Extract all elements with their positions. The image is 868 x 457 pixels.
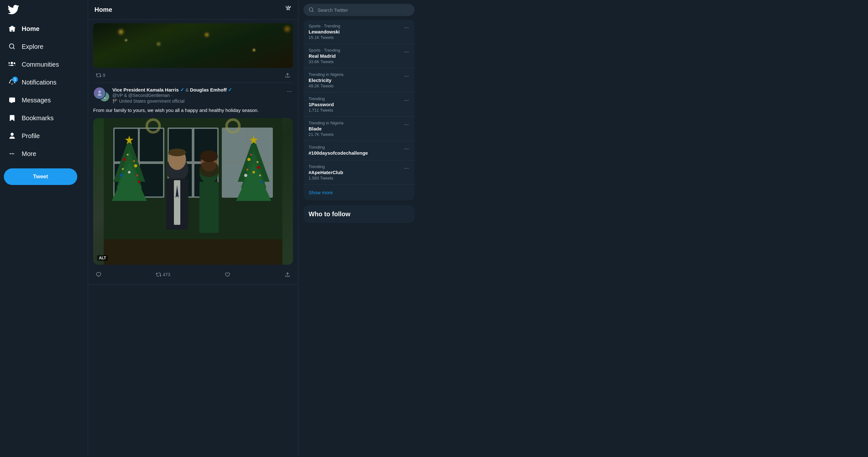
verified-badge-1: ✓ xyxy=(180,87,184,93)
retweet-action[interactable]: 473 xyxy=(153,270,173,280)
who-to-follow-title: Who to follow xyxy=(304,205,414,223)
sidebar-item-more[interactable]: More xyxy=(4,145,84,162)
sidebar-item-explore[interactable]: Explore xyxy=(4,38,84,55)
trend-name: Real Madrid xyxy=(309,53,403,59)
share-action[interactable] xyxy=(282,270,293,280)
trend-item[interactable]: Trending in Nigeria Blade 21.7K Tweets ·… xyxy=(304,117,414,141)
communities-icon xyxy=(8,60,17,69)
trend-category: Trending in Nigeria xyxy=(309,121,403,125)
twitter-bird-icon xyxy=(8,4,19,15)
tweet-actions-top: 9 xyxy=(93,68,293,83)
gov-label: 🏴 United States government official xyxy=(112,99,282,104)
sparkle-icon[interactable] xyxy=(285,5,292,14)
svg-rect-60 xyxy=(104,118,282,265)
tweet-image[interactable]: ALT xyxy=(93,118,293,265)
trend-item[interactable]: Sports · Trending Lewandowski 15.1K Twee… xyxy=(304,20,414,44)
trend-category: Trending xyxy=(309,164,403,169)
twitter-logo[interactable] xyxy=(4,0,84,19)
trend-info: Sports · Trending Lewandowski 15.1K Twee… xyxy=(309,24,403,40)
search-input-wrapper[interactable] xyxy=(304,4,414,16)
trend-item[interactable]: Trending in Nigeria Electricity 49.2K Tw… xyxy=(304,68,414,93)
sidebar-item-bookmarks[interactable]: Bookmarks xyxy=(4,110,84,126)
trend-more-button[interactable]: ··· xyxy=(403,24,409,32)
author-connector: & xyxy=(185,87,189,93)
sidebar-label-messages: Messages xyxy=(22,97,51,104)
trend-name: Electricity xyxy=(309,77,403,83)
tweet-more-button[interactable]: ··· xyxy=(286,87,293,96)
svg-point-0 xyxy=(98,91,101,93)
feed-header: Home xyxy=(88,0,298,20)
trend-more-button[interactable]: ··· xyxy=(403,164,409,172)
search-bar xyxy=(304,0,414,20)
trend-name: #ApeHaterClub xyxy=(309,170,403,175)
avatar-vp[interactable] xyxy=(93,87,106,99)
sidebar-item-home[interactable]: Home xyxy=(4,21,84,37)
who-to-follow-section: Who to follow xyxy=(304,205,414,223)
main-feed: Home 9 xyxy=(88,0,299,457)
sidebar-label-explore: Explore xyxy=(22,43,43,51)
trends-section: Sports · Trending Lewandowski 15.1K Twee… xyxy=(304,20,414,200)
left-sidebar: Home Explore Communities 1 Notifications… xyxy=(0,0,88,457)
trend-count: 1,711 Tweets xyxy=(309,108,403,112)
author-name-2[interactable]: Douglas Emhoff xyxy=(190,87,226,93)
trend-info: Trending 1Password 1,711 Tweets xyxy=(309,96,403,112)
tweet-text: From our family to yours, we wish you al… xyxy=(93,107,293,114)
notification-count-badge: 1 xyxy=(12,76,18,82)
share-action-top[interactable] xyxy=(282,70,293,80)
trend-name: Blade xyxy=(309,126,403,131)
trend-count: 33.6K Tweets xyxy=(309,59,403,64)
trend-item[interactable]: Trending 1Password 1,711 Tweets ··· xyxy=(304,93,414,117)
sidebar-item-communities[interactable]: Communities xyxy=(4,56,84,73)
messages-icon xyxy=(8,96,17,105)
retweet-count: 473 xyxy=(163,272,170,277)
tweet-card-top: 9 Vice President Kamala Harris ✓ & xyxy=(88,20,298,285)
search-icon xyxy=(309,7,314,13)
trend-info: Trending #100daysofcodechallenge xyxy=(309,145,403,156)
sidebar-item-notifications[interactable]: 1 Notifications xyxy=(4,74,84,91)
sidebar-label-more: More xyxy=(22,150,36,158)
tweet-top-image xyxy=(93,23,293,68)
show-more-link[interactable]: Show more xyxy=(304,185,414,200)
tweet-author-name: Vice President Kamala Harris ✓ & Douglas… xyxy=(112,87,282,93)
trend-count: 1,583 Tweets xyxy=(309,176,403,181)
sidebar-label-communities: Communities xyxy=(22,61,59,68)
tweet-button[interactable]: Tweet xyxy=(4,168,77,185)
sidebar-label-home: Home xyxy=(22,25,39,33)
holiday-photo-svg xyxy=(93,118,293,265)
trend-name: Lewandowski xyxy=(309,29,403,34)
comment-action[interactable] xyxy=(93,270,104,280)
author-name-1[interactable]: Vice President Kamala Harris xyxy=(112,87,179,93)
bookmarks-icon xyxy=(8,113,17,123)
trend-more-button[interactable]: ··· xyxy=(403,145,409,153)
retweet-action-top[interactable]: 9 xyxy=(93,70,108,80)
profile-icon xyxy=(8,131,17,140)
like-action[interactable] xyxy=(222,270,233,280)
retweet-count-top: 9 xyxy=(103,73,105,78)
trend-name: #100daysofcodechallenge xyxy=(309,150,403,156)
trend-more-button[interactable]: ··· xyxy=(403,96,409,104)
sidebar-item-profile[interactable]: Profile xyxy=(4,128,84,144)
trend-item[interactable]: Trending #ApeHaterClub 1,583 Tweets ··· xyxy=(304,160,414,185)
tweet-author-info: Vice President Kamala Harris ✓ & Douglas… xyxy=(112,87,282,105)
trend-category: Sports · Trending xyxy=(309,24,403,28)
trend-item[interactable]: Trending #100daysofcodechallenge ··· xyxy=(304,141,414,160)
trend-info: Sports · Trending Real Madrid 33.6K Twee… xyxy=(309,48,403,64)
avatar-group xyxy=(93,87,108,102)
right-sidebar: Sports · Trending Lewandowski 15.1K Twee… xyxy=(299,0,420,457)
trend-name: 1Password xyxy=(309,102,403,107)
explore-icon xyxy=(8,42,17,51)
trend-more-button[interactable]: ··· xyxy=(403,121,409,129)
alt-badge[interactable]: ALT xyxy=(97,255,108,261)
flag-icon: 🏴 xyxy=(112,99,118,104)
home-icon xyxy=(8,24,17,33)
trend-more-button[interactable]: ··· xyxy=(403,48,409,56)
trend-info: Trending in Nigeria Electricity 49.2K Tw… xyxy=(309,72,403,88)
trend-info: Trending #ApeHaterClub 1,583 Tweets xyxy=(309,164,403,181)
trend-category: Trending xyxy=(309,145,403,150)
trend-item[interactable]: Sports · Trending Real Madrid 33.6K Twee… xyxy=(304,44,414,68)
tweet-author-handle: @VP & @SecondGentleman · xyxy=(112,93,282,98)
tweet-actions-bottom: 473 xyxy=(93,268,293,281)
search-input[interactable] xyxy=(317,7,409,13)
trend-more-button[interactable]: ··· xyxy=(403,72,409,80)
sidebar-item-messages[interactable]: Messages xyxy=(4,92,84,108)
